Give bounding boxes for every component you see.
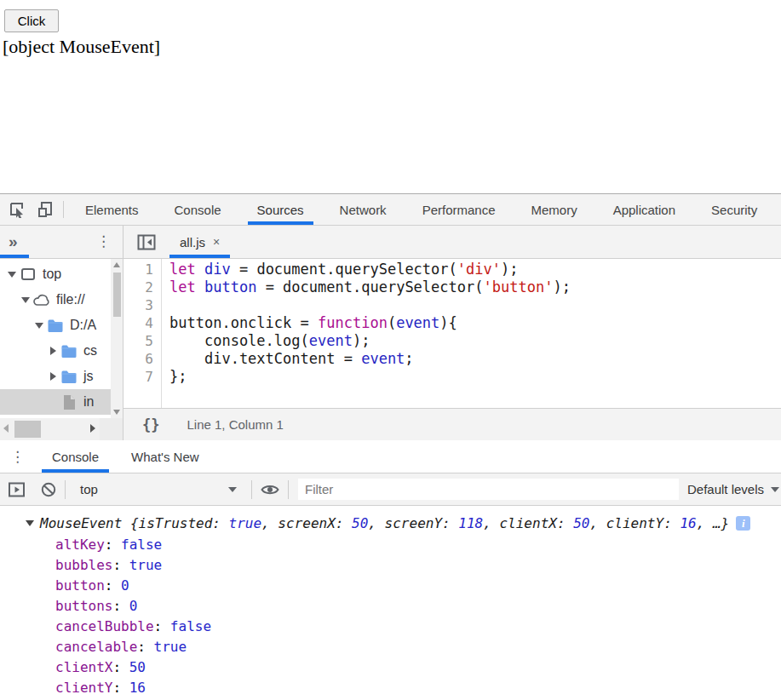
console-property-row[interactable]: button: 0 <box>0 575 781 595</box>
property-key: cancelable <box>55 639 137 655</box>
code-editor[interactable]: 1234567 let div = document.querySelector… <box>123 259 781 408</box>
toolbar-divider <box>63 201 64 218</box>
navigator-more-menu-icon[interactable]: ⋮ <box>96 232 111 250</box>
tab-overflow-icon[interactable]: » <box>9 232 16 251</box>
log-levels-select[interactable]: Default levels <box>687 482 781 496</box>
editor-status-bar: {} Line 1, Column 1 <box>123 408 781 440</box>
folder-icon <box>60 370 78 384</box>
property-separator: : <box>112 557 129 573</box>
preview-value: 50 <box>352 515 368 531</box>
tab-elements[interactable]: Elements <box>67 194 157 225</box>
code-content[interactable]: let div = document.querySelector('div');… <box>162 259 781 408</box>
active-tab-indicator <box>0 255 29 258</box>
clear-console-icon[interactable] <box>40 481 57 498</box>
object-properties: altKey: falsebubbles: truebutton: 0butto… <box>0 534 781 697</box>
tab-sources[interactable]: Sources <box>239 194 322 225</box>
folder-icon <box>60 344 78 359</box>
code-token: ( <box>388 314 396 331</box>
console-log-row[interactable]: MouseEvent {isTrusted: true, screenX: 50… <box>0 512 781 534</box>
scroll-right-icon[interactable] <box>90 424 95 433</box>
property-separator: : <box>105 536 121 553</box>
context-label: top <box>80 482 228 496</box>
tree-item-top[interactable]: top <box>0 261 123 287</box>
info-icon[interactable]: i <box>736 516 750 531</box>
code-token: div <box>204 261 231 278</box>
hide-navigator-icon[interactable] <box>137 234 156 250</box>
tree-item-da[interactable]: D:/A <box>0 313 123 338</box>
tree-item-file[interactable]: file:// <box>0 287 123 313</box>
tree-item-in[interactable]: in <box>0 389 123 415</box>
tree-horizontal-scrollbar[interactable] <box>0 418 100 440</box>
tab-security[interactable]: Security <box>693 194 775 225</box>
code-token: 'div' <box>457 261 501 278</box>
file-tab-alljs[interactable]: all.js × <box>168 226 232 258</box>
console-toolbar: top Default levels <box>0 473 781 506</box>
drawer-tab-what-s-new[interactable]: What's New <box>119 440 211 473</box>
code-token <box>196 278 204 295</box>
drawer-menu-icon[interactable]: ⋮ <box>10 448 25 466</box>
console-property-row[interactable]: altKey: false <box>0 534 781 554</box>
tree-item-cs[interactable]: cs <box>0 338 123 364</box>
toolbar-divider <box>251 480 252 499</box>
drawer-tab-console[interactable]: Console <box>40 440 111 473</box>
tree-item-label: cs <box>83 343 97 359</box>
chevron-right-icon[interactable] <box>46 372 60 381</box>
chevron-down-icon <box>771 487 779 492</box>
code-token: function <box>318 314 388 331</box>
property-separator: : <box>105 577 121 594</box>
console-property-row[interactable]: clientX: 50 <box>0 657 781 677</box>
tab-console[interactable]: Console <box>157 194 239 225</box>
device-toolbar-icon[interactable] <box>37 201 55 218</box>
file-tab-label: all.js <box>180 235 205 250</box>
preview-value: 118 <box>458 515 483 531</box>
chevron-right-icon[interactable] <box>46 347 60 355</box>
console-property-row[interactable]: clientY: 16 <box>0 677 781 697</box>
live-expression-eye-icon[interactable] <box>260 481 280 498</box>
tab-memory[interactable]: Memory <box>514 194 595 225</box>
preview-text: MouseEvent {isTrusted: <box>40 515 229 531</box>
page-output-text: [object MouseEvent] <box>3 36 160 58</box>
javascript-context-select[interactable]: top <box>73 482 244 496</box>
console-property-row[interactable]: cancelable: true <box>0 636 781 657</box>
console-property-row[interactable]: buttons: 0 <box>0 595 781 616</box>
code-token: event <box>309 332 353 349</box>
tree-item-js[interactable]: js <box>0 364 123 389</box>
tab-performance[interactable]: Performance <box>405 194 514 225</box>
scroll-down-icon[interactable] <box>113 410 120 415</box>
console-property-row[interactable]: bubbles: true <box>0 554 781 575</box>
scroll-up-icon[interactable] <box>113 262 120 267</box>
navigator-sidebar: topfile://D:/Acsjsin <box>0 259 123 440</box>
scrollbar-corner <box>100 418 123 440</box>
chevron-down-icon[interactable] <box>32 323 46 329</box>
filter-input[interactable] <box>298 479 679 500</box>
close-icon[interactable]: × <box>213 235 220 249</box>
expand-arrow-icon[interactable] <box>26 520 34 526</box>
tab-network[interactable]: Network <box>322 194 405 225</box>
chevron-down-icon[interactable] <box>5 272 19 278</box>
property-value: false <box>121 536 162 553</box>
file-icon <box>60 394 78 410</box>
scrollbar-thumb[interactable] <box>14 421 41 438</box>
tree-item-label: top <box>43 267 61 282</box>
tree-item-label: D:/A <box>70 318 96 333</box>
code-line: div.textContent = event; <box>169 350 781 368</box>
code-line: console.log(event); <box>169 332 781 350</box>
click-button[interactable]: Click <box>4 9 59 32</box>
inspect-element-icon[interactable] <box>9 201 26 218</box>
file-tabstrip: all.js × <box>123 226 781 258</box>
scrollbar-thumb[interactable] <box>113 273 121 317</box>
line-number: 3 <box>123 296 153 314</box>
code-token: button.onclick = <box>169 314 318 331</box>
console-property-row[interactable]: cancelBubble: false <box>0 616 781 636</box>
code-token: ; <box>405 350 413 367</box>
code-token: ); <box>353 332 370 349</box>
show-console-sidebar-icon[interactable] <box>8 481 26 498</box>
pretty-print-icon[interactable]: {} <box>142 416 159 433</box>
code-token: = document.querySelector( <box>256 278 483 295</box>
scroll-left-icon[interactable] <box>3 424 9 433</box>
chevron-down-icon[interactable] <box>19 297 32 303</box>
file-tree: topfile://D:/Acsjsin <box>0 259 123 418</box>
code-token <box>196 261 204 278</box>
tree-vertical-scrollbar[interactable] <box>111 259 123 418</box>
tab-application[interactable]: Application <box>595 194 693 225</box>
